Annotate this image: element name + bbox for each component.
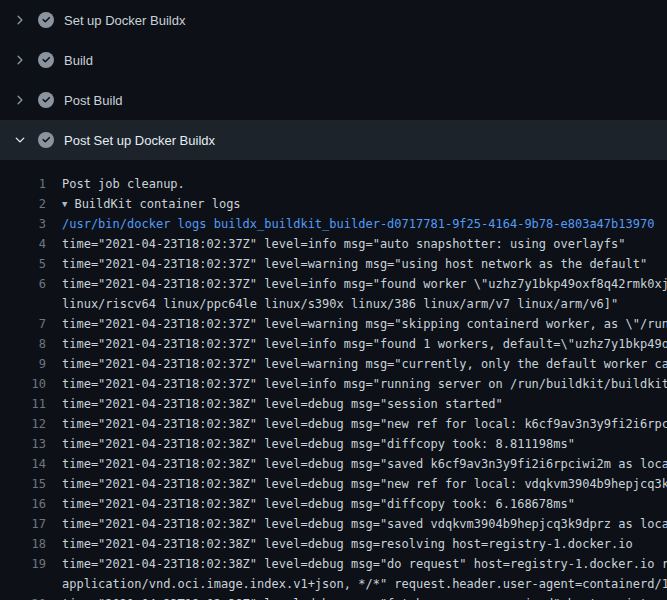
log-line-number[interactable]: 15 (0, 474, 46, 494)
log-group-caret-icon[interactable]: ▼ (62, 199, 67, 209)
log-line: 9 ▼time="2021-04-23T18:02:37Z" level=war… (0, 354, 667, 374)
step-label: Set up Docker Buildx (64, 13, 185, 28)
log-line: 5 ▼time="2021-04-23T18:02:37Z" level=war… (0, 254, 667, 274)
step-list: Set up Docker Buildx Build Post Buil (0, 0, 667, 160)
step-header-build[interactable]: Build (0, 40, 667, 80)
log-line-number[interactable]: 9 (0, 354, 46, 374)
log-line: 7 ▼time="2021-04-23T18:02:37Z" level=war… (0, 314, 667, 334)
log-line: 18 ▼time="2021-04-23T18:02:38Z" level=de… (0, 534, 667, 554)
log-line-number[interactable]: 6 (0, 274, 46, 294)
log-line-number[interactable] (0, 574, 46, 594)
log-line-number[interactable]: 8 (0, 334, 46, 354)
log-line-text: time="2021-04-23T18:02:37Z" level=warnin… (62, 257, 647, 271)
chevron-right-icon (12, 92, 28, 108)
step-header-post-set-up-docker-buildx[interactable]: Post Set up Docker Buildx (0, 120, 667, 160)
log-line-number[interactable]: 11 (0, 394, 46, 414)
log-line-number[interactable] (0, 294, 46, 314)
log-line-number[interactable]: 5 (0, 254, 46, 274)
log-line: 13 ▼time="2021-04-23T18:02:38Z" level=de… (0, 434, 667, 454)
log-line-text: Post job cleanup. (62, 177, 185, 191)
log-line-text: application/vnd.oci.image.index.v1+json,… (62, 577, 667, 591)
step-header-set-up-docker-buildx[interactable]: Set up Docker Buildx (0, 0, 667, 40)
log-line-number[interactable]: 16 (0, 494, 46, 514)
log-line: 11 ▼time="2021-04-23T18:02:38Z" level=de… (0, 394, 667, 414)
step-header-post-build[interactable]: Post Build (0, 80, 667, 120)
chevron-right-icon (12, 52, 28, 68)
log-line-text: time="2021-04-23T18:02:38Z" level=debug … (62, 477, 667, 491)
log-line: 14 ▼time="2021-04-23T18:02:38Z" level=de… (0, 454, 667, 474)
log-line-text: time="2021-04-23T18:02:37Z" level=info m… (62, 337, 667, 351)
log-line-text: time="2021-04-23T18:02:38Z" level=debug … (62, 517, 667, 531)
log-line: 20 ▼time="2021-04-23T18:02:38Z" level=de… (0, 594, 667, 600)
log-line: ▼linux/riscv64 linux/ppc64le linux/s390x… (0, 294, 667, 314)
log-line-number[interactable]: 1 (0, 174, 46, 194)
log-line-text: time="2021-04-23T18:02:38Z" level=debug … (62, 397, 503, 411)
log-line-text[interactable]: BuildKit container logs (74, 197, 240, 211)
log-line-number[interactable]: 17 (0, 514, 46, 534)
log-line-text: time="2021-04-23T18:02:38Z" level=debug … (62, 457, 667, 471)
step-label: Build (64, 53, 93, 68)
log-line-text: time="2021-04-23T18:02:37Z" level=info m… (62, 237, 626, 251)
log-line: 15 ▼time="2021-04-23T18:02:38Z" level=de… (0, 474, 667, 494)
check-circle-icon (38, 12, 54, 28)
log-pane: 1 ▼Post job cleanup. 2 ▼BuildKit contain… (0, 160, 667, 600)
step-label: Post Set up Docker Buildx (64, 133, 215, 148)
log-line: 1 ▼Post job cleanup. (0, 174, 667, 194)
step-label: Post Build (64, 93, 123, 108)
log-line-number[interactable]: 12 (0, 414, 46, 434)
log-line-number[interactable]: 20 (0, 594, 46, 600)
chevron-down-icon (12, 132, 28, 148)
log-line-text: time="2021-04-23T18:02:38Z" level=debug … (62, 417, 667, 431)
check-circle-icon (38, 132, 54, 148)
log-line: 16 ▼time="2021-04-23T18:02:38Z" level=de… (0, 494, 667, 514)
check-circle-icon (38, 92, 54, 108)
log-line: 2 ▼BuildKit container logs (0, 194, 667, 214)
log-line-text: time="2021-04-23T18:02:38Z" level=debug … (62, 437, 575, 451)
log-line: 4 ▼time="2021-04-23T18:02:37Z" level=inf… (0, 234, 667, 254)
log-line-text: time="2021-04-23T18:02:37Z" level=info m… (62, 277, 667, 291)
log-line-number[interactable]: 7 (0, 314, 46, 334)
check-circle-icon (38, 52, 54, 68)
log-line: 10 ▼time="2021-04-23T18:02:37Z" level=in… (0, 374, 667, 394)
log-line-number[interactable]: 14 (0, 454, 46, 474)
chevron-right-icon (12, 12, 28, 28)
log-line: 3 ▼/usr/bin/docker logs buildx_buildkit_… (0, 214, 667, 234)
log-line-number[interactable]: 19 (0, 554, 46, 574)
log-line: 17 ▼time="2021-04-23T18:02:38Z" level=de… (0, 514, 667, 534)
log-line-number[interactable]: 10 (0, 374, 46, 394)
log-line-text: time="2021-04-23T18:02:38Z" level=debug … (62, 557, 667, 571)
log-line-number[interactable]: 4 (0, 234, 46, 254)
log-line-text: time="2021-04-23T18:02:37Z" level=warnin… (62, 317, 667, 331)
log-line: 19 ▼time="2021-04-23T18:02:38Z" level=de… (0, 554, 667, 574)
log-line: ▼application/vnd.oci.image.index.v1+json… (0, 574, 667, 594)
log-line-text: time="2021-04-23T18:02:37Z" level=warnin… (62, 357, 667, 371)
log-line-number[interactable]: 18 (0, 534, 46, 554)
log-line: 6 ▼time="2021-04-23T18:02:37Z" level=inf… (0, 274, 667, 294)
log-line-text: time="2021-04-23T18:02:37Z" level=info m… (62, 377, 667, 391)
log-line-text: /usr/bin/docker logs buildx_buildkit_bui… (62, 217, 654, 231)
log-line-text: time="2021-04-23T18:02:38Z" level=debug … (62, 497, 575, 511)
log-line-text: linux/riscv64 linux/ppc64le linux/s390x … (62, 297, 618, 311)
log-line-number[interactable]: 13 (0, 434, 46, 454)
log-line: 12 ▼time="2021-04-23T18:02:38Z" level=de… (0, 414, 667, 434)
log-line-number[interactable]: 3 (0, 214, 46, 234)
log-line: 8 ▼time="2021-04-23T18:02:37Z" level=inf… (0, 334, 667, 354)
log-line-text: time="2021-04-23T18:02:38Z" level=debug … (62, 537, 633, 551)
log-line-number[interactable]: 2 (0, 194, 46, 214)
